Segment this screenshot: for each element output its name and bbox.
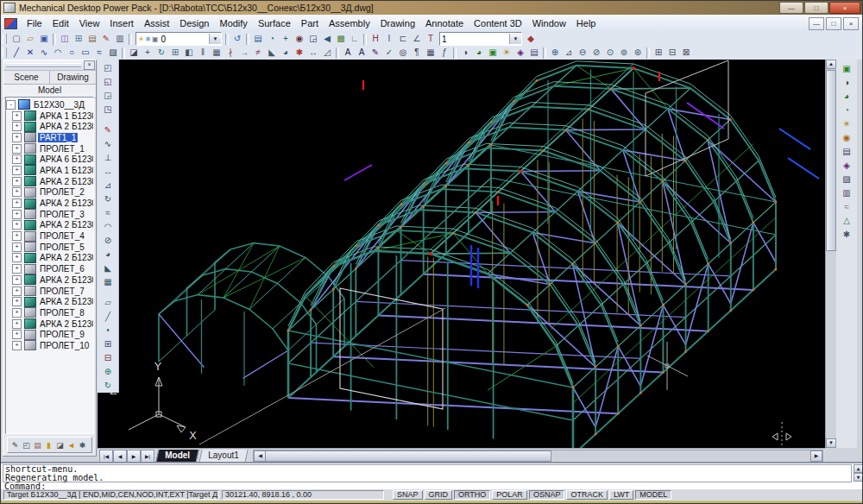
loft-feature-icon[interactable]: ◠	[101, 220, 115, 234]
standards-icon[interactable]: ◫	[58, 33, 72, 45]
browser-header[interactable]: ×	[3, 60, 96, 71]
tree-item[interactable]: +АРКА 2 Б1230_8	[6, 296, 93, 307]
scenes-icon[interactable]: ▤	[527, 47, 541, 59]
close-icon[interactable]: ×	[84, 60, 95, 70]
zoom-realtime-icon[interactable]: ◉	[293, 33, 306, 45]
tree-item[interactable]: +ПРОЛЕТ_8	[6, 307, 93, 318]
materials-icon[interactable]: ◈	[513, 47, 527, 59]
mdi-restore-button[interactable]: □	[826, 17, 841, 30]
chamfer-icon[interactable]: ◣	[265, 47, 279, 59]
drawing-layout-icon[interactable]: ◳	[101, 103, 115, 117]
prev-tab-button[interactable]: ◀	[113, 450, 127, 463]
shade-model-icon[interactable]: ◕	[840, 90, 854, 104]
edit-text-icon[interactable]: ✎	[369, 47, 382, 59]
command-scrollbar[interactable]: ▲ ▼	[854, 464, 863, 482]
offset-icon[interactable]: ‖	[196, 47, 210, 59]
mtext-icon[interactable]: A	[355, 47, 369, 59]
find-icon[interactable]: ◎	[396, 47, 410, 59]
eraser-icon[interactable]: ◪	[54, 439, 66, 450]
back-icon[interactable]: ◄	[66, 439, 77, 450]
menu-item[interactable]: View	[74, 16, 105, 30]
paste-icon[interactable]: ▤	[85, 33, 99, 45]
menu-item[interactable]: Window	[527, 16, 571, 30]
save-icon[interactable]: ▣	[37, 33, 51, 45]
chamfer-feature-icon[interactable]: ◣	[101, 261, 115, 275]
tree-expander[interactable]: +	[12, 330, 22, 339]
tree-item[interactable]: +ПРОЛЕТ_10	[6, 340, 93, 351]
tree-root-row[interactable]: - Б12X30__3Д	[6, 99, 93, 110]
update-part-icon[interactable]: ↻	[101, 379, 115, 393]
part-modeling-icon[interactable]: ◰	[101, 61, 115, 75]
ucs-icon[interactable]: ∟	[348, 33, 362, 45]
combine-parts-icon[interactable]: ⊞	[101, 337, 115, 351]
hole-feature-icon[interactable]: ⊘	[101, 234, 115, 248]
chevron-down-icon[interactable]: ▼	[209, 34, 221, 44]
menu-item[interactable]: Help	[571, 16, 602, 30]
render-prefs-icon[interactable]: ✱	[840, 228, 854, 242]
fillet-feature-icon[interactable]: ⊙	[603, 47, 617, 59]
tree-expander[interactable]: +	[12, 308, 22, 318]
scrollbar-thumb[interactable]	[265, 450, 551, 462]
hole-icon[interactable]: ⊘	[589, 47, 603, 59]
spell-icon[interactable]: ✓	[382, 47, 396, 59]
scroll-down-icon[interactable]: ▼	[826, 438, 836, 448]
orbit-icon[interactable]: ◔	[840, 104, 854, 117]
tree-item[interactable]: +АРКА 2 Б1230_3	[6, 198, 93, 209]
tree-item[interactable]: +ПРОЛЕТ_3	[6, 209, 93, 220]
landscape-icon[interactable]: △	[840, 214, 854, 228]
hatch-icon[interactable]: ▨	[106, 47, 120, 59]
arc-icon[interactable]: ◠	[51, 47, 65, 59]
polar-toggle[interactable]: POLAR	[492, 490, 527, 500]
new-part-icon[interactable]: ⊕	[548, 47, 562, 59]
render-icon[interactable]: ▣	[486, 47, 500, 59]
constraint-icon[interactable]: ⊥	[101, 151, 115, 165]
break-icon[interactable]: ≠	[251, 47, 265, 59]
tree-expander[interactable]: +	[12, 231, 22, 241]
work-point-icon[interactable]: •	[101, 324, 115, 337]
subtract-icon[interactable]: ⊟	[665, 47, 679, 59]
tree-expander[interactable]: +	[12, 341, 22, 350]
tree-item[interactable]: +PART1_1	[6, 132, 93, 143]
vertical-scrollbar[interactable]: ▲ ▼	[825, 60, 835, 448]
power-pack-icon[interactable]: ◆	[524, 33, 538, 45]
coordinates-display[interactable]: 30121.40, 8918.16 , 0.00	[222, 490, 384, 500]
tree-item[interactable]: +АРКА 1 Б1230_2	[6, 165, 93, 176]
fog-icon[interactable]: ≈	[840, 200, 854, 214]
scenes2-icon[interactable]: ▤	[840, 145, 854, 159]
scale-combo[interactable]: 1 ▼	[439, 32, 522, 46]
menu-item[interactable]: Content 3D	[469, 16, 527, 30]
otrack-toggle[interactable]: OTRACK	[566, 490, 608, 500]
zoom-previous-icon[interactable]: ◀	[320, 33, 334, 45]
spline-icon[interactable]: ≈	[92, 47, 106, 59]
erase-icon[interactable]: ◪	[127, 47, 141, 59]
column-icon[interactable]: I	[382, 33, 396, 45]
menu-item[interactable]: Part	[296, 16, 324, 30]
toolbar-grip[interactable]	[3, 47, 7, 58]
model-toggle[interactable]: MODEL	[635, 490, 671, 500]
revolve-feature-icon[interactable]: ↻	[101, 192, 115, 206]
materials2-icon[interactable]: ◈	[840, 159, 854, 173]
format-painter-icon[interactable]: ✎	[99, 33, 113, 45]
circle-icon[interactable]: ○	[65, 47, 79, 59]
tree-item[interactable]: +ПРОЛЕТ_4	[6, 230, 93, 242]
browser-grip[interactable]	[6, 63, 81, 67]
tree-item[interactable]: +АРКА 2 Б1230_1	[6, 121, 93, 132]
tree-expander[interactable]: +	[12, 187, 22, 197]
move-icon[interactable]: +	[141, 47, 154, 59]
combine-icon[interactable]: ⊞	[652, 47, 665, 59]
tree-expander[interactable]: +	[12, 243, 22, 252]
tree-expander[interactable]: +	[12, 287, 22, 296]
render-scene-icon[interactable]: ▣	[840, 62, 854, 76]
tree-expander[interactable]: +	[12, 253, 22, 262]
copy-icon[interactable]: ⊞	[72, 33, 85, 45]
tree-expander[interactable]: +	[12, 198, 22, 208]
tab-model[interactable]: Model	[155, 450, 198, 463]
line-icon[interactable]: ╱	[9, 47, 23, 59]
rotate-icon[interactable]: ↻	[154, 47, 168, 59]
tab-layout1[interactable]: Layout1	[198, 450, 248, 463]
extend-icon[interactable]: →	[237, 47, 251, 59]
drawing-viewport[interactable]: YXZ	[98, 60, 825, 448]
tree-expander[interactable]: +	[12, 122, 22, 131]
tab-scene[interactable]: Scene	[3, 71, 50, 84]
chevron-down-icon[interactable]: ▼	[509, 34, 521, 44]
